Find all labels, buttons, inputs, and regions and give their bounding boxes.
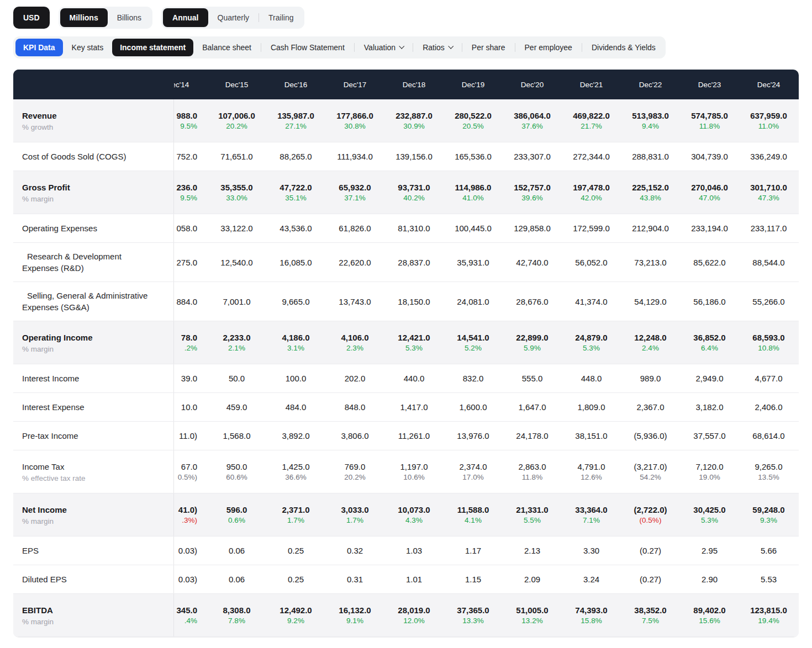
- data-cell: 637,959.011.0%: [739, 111, 798, 130]
- data-cell: 5.53: [739, 575, 798, 584]
- cell-subvalue: .3%): [182, 516, 197, 524]
- tab-balance-sheet[interactable]: Balance sheet: [194, 39, 259, 56]
- cell-value: 13,976.0: [457, 431, 489, 440]
- cell-value: 233,307.0: [514, 152, 551, 161]
- cell-subvalue: 2.3%: [346, 344, 363, 352]
- cell-value: 448.0: [581, 374, 602, 383]
- cell-value: 3,806.0: [341, 431, 368, 440]
- tab-valuation[interactable]: Valuation: [356, 39, 411, 56]
- data-cell: 1,568.0: [207, 431, 266, 440]
- cell-value: 43,536.0: [280, 224, 312, 233]
- cell-value: 2,949.0: [695, 374, 723, 383]
- cell-value: 51,005.0: [516, 605, 548, 615]
- data-cell: 469,822.021.7%: [562, 111, 621, 130]
- tab-divider: [354, 43, 355, 52]
- cell-subvalue: 7.8%: [228, 617, 245, 625]
- tab-cash-flow-statement[interactable]: Cash Flow Statement: [263, 39, 352, 56]
- data-cell: 2,371.01.7%: [266, 505, 325, 524]
- cell-value: 30,425.0: [693, 505, 725, 514]
- tab-divider: [515, 43, 515, 52]
- cell-value: 596.0: [226, 505, 247, 514]
- data-cell: 459.0: [207, 402, 266, 412]
- row-label-cell: Income Tax% effective tax rate: [13, 450, 174, 493]
- data-cell: 13,743.0: [325, 297, 384, 306]
- currency-button[interactable]: USD: [13, 7, 50, 29]
- cell-value: 139,156.0: [396, 152, 433, 161]
- tab-ratios[interactable]: Ratios: [415, 39, 460, 56]
- unit-millions-button[interactable]: Millions: [60, 8, 108, 27]
- table-row-income-tax: 67.00.5%)950.060.6%1,425.036.6%769.020.2…: [13, 450, 799, 493]
- cell-subvalue: 9.4%: [642, 122, 659, 130]
- data-cell: 1.15: [444, 575, 503, 584]
- tab-dividends-yields[interactable]: Dividends & Yields: [584, 39, 663, 56]
- cell-value: 11,588.0: [457, 505, 489, 514]
- row-label: Income Tax: [22, 461, 166, 472]
- cell-value: 114,986.0: [455, 183, 492, 192]
- row-sublabel: % margin: [22, 618, 166, 626]
- tab-per-employee[interactable]: Per employee: [517, 39, 580, 56]
- chevron-down-icon: [448, 44, 454, 49]
- cell-value: 100,445.0: [455, 224, 492, 233]
- data-cell: 1.03: [384, 546, 444, 555]
- cell-value: 165,536.0: [455, 152, 492, 161]
- cell-value: (5,936.0): [634, 431, 667, 440]
- table-row-net-income: 41.0).3%)596.00.6%2,371.01.7%3,033.01.7%…: [13, 493, 799, 537]
- tab-kpi-data[interactable]: KPI Data: [15, 39, 63, 56]
- cell-value: 38,151.0: [575, 431, 607, 440]
- data-cell: 0.06: [207, 575, 266, 584]
- cell-value: 1,568.0: [223, 431, 250, 440]
- tab-income-statement[interactable]: Income statement: [112, 39, 193, 56]
- cell-value: 89,402.0: [693, 605, 725, 615]
- data-cell: 4,791.012.6%: [562, 462, 621, 481]
- tab-key-stats[interactable]: Key stats: [64, 39, 112, 56]
- data-cell: 555.0: [503, 374, 562, 383]
- data-cell: 139,156.0: [384, 152, 444, 161]
- period-quarterly-button[interactable]: Quarterly: [208, 8, 259, 27]
- period-trailing-button[interactable]: Trailing: [259, 8, 303, 27]
- cell-value: 1,197.0: [400, 462, 428, 471]
- cell-value: 67.0: [181, 462, 197, 471]
- cell-value: 0.03): [178, 575, 197, 584]
- row-label-cell: Research & Development Expenses (R&D): [13, 243, 174, 281]
- data-cell: 513,983.09.4%: [621, 111, 680, 130]
- period-annual-button[interactable]: Annual: [163, 8, 208, 27]
- cell-value: 93,731.0: [398, 183, 430, 192]
- tab-per-share[interactable]: Per share: [464, 39, 513, 56]
- cell-value: 752.0: [176, 152, 197, 161]
- cell-subvalue: 9.5%: [180, 122, 197, 130]
- cell-value: 574,785.0: [691, 111, 728, 120]
- cell-subvalue: 6.4%: [701, 344, 718, 352]
- cell-value: 61,826.0: [339, 224, 371, 233]
- data-cell: 81,310.0: [384, 224, 444, 233]
- data-cell: 61,826.0: [325, 224, 384, 233]
- cell-value: 4,791.0: [577, 462, 605, 471]
- data-cell: 301,710.047.3%: [739, 183, 798, 202]
- cell-value: 848.0: [345, 402, 366, 412]
- period-toggle: Annual Quarterly Trailing: [161, 7, 304, 29]
- cell-value: 100.0: [286, 374, 307, 383]
- data-cell: (3,217.0)54.2%: [621, 462, 680, 481]
- cell-value: 832.0: [463, 374, 484, 383]
- data-cell: 22,899.05.9%: [503, 333, 562, 352]
- cell-value: 272,344.0: [573, 152, 610, 161]
- cell-value: 3.30: [583, 546, 599, 555]
- data-cell: 4,106.02.3%: [325, 333, 384, 352]
- cell-value: (3,217.0): [634, 462, 667, 471]
- income-statement-table: Dec'14Dec'15Dec'16Dec'17Dec'18Dec'19Dec'…: [13, 70, 799, 638]
- data-cell: 56,052.0: [562, 258, 621, 267]
- cell-value: 1,417.0: [400, 402, 428, 412]
- data-cell: 59,248.09.3%: [739, 505, 798, 524]
- cell-subvalue: 19.0%: [699, 473, 720, 481]
- data-cell: 47,722.035.1%: [266, 183, 325, 202]
- cell-value: 11.0): [179, 431, 197, 440]
- cell-value: 058.0: [176, 224, 197, 233]
- chevron-down-icon: [399, 44, 404, 49]
- data-cell: 4,186.03.1%: [266, 333, 325, 352]
- cell-subvalue: 10.6%: [403, 473, 424, 481]
- cell-subvalue: 30.9%: [403, 122, 424, 130]
- data-cell: 2,367.0: [621, 402, 680, 412]
- statement-tabs: KPI Data Key stats Income statement Bala…: [13, 36, 666, 59]
- data-cell: 85,622.0: [680, 258, 739, 267]
- unit-billions-button[interactable]: Billions: [108, 8, 151, 27]
- cell-subvalue: 11.0%: [758, 122, 779, 130]
